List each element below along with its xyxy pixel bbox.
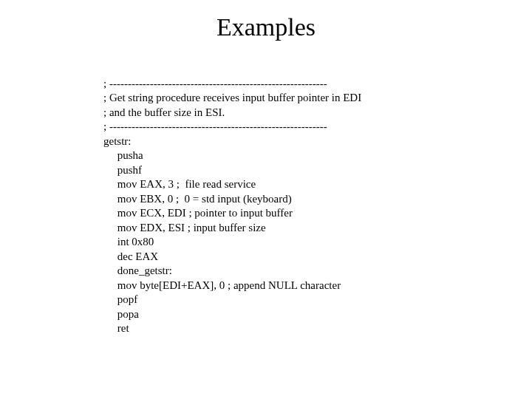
page-title: Examples <box>30 13 502 41</box>
code-line: mov ECX, EDI ; pointer to input buffer <box>103 207 293 219</box>
code-line: ; --------------------------------------… <box>103 120 327 132</box>
code-block: ; --------------------------------------… <box>103 62 502 350</box>
code-line: popa <box>103 308 139 320</box>
code-line: popf <box>103 293 137 305</box>
code-line: int 0x80 <box>103 236 154 248</box>
code-line: done_getstr: <box>103 265 172 276</box>
code-line: ; --------------------------------------… <box>103 78 327 89</box>
code-line: mov byte[EDI+EAX], 0 ; append NULL chara… <box>103 279 341 291</box>
code-line: mov EAX, 3 ; file read service <box>103 178 256 190</box>
code-line: pusha <box>103 149 143 161</box>
code-line: mov EDX, ESI ; input buffer size <box>103 222 266 233</box>
code-line: ; and the buffer size in ESI. <box>103 106 225 118</box>
code-line: mov EBX, 0 ; 0 = std input (keyboard) <box>103 193 292 205</box>
code-line: ret <box>103 322 129 334</box>
code-line: getstr: <box>103 135 132 147</box>
code-line: dec EAX <box>103 250 158 262</box>
code-line: ; Get string procedure receives input bu… <box>103 92 361 103</box>
code-line: pushf <box>103 164 142 176</box>
slide: Examples ; -----------------------------… <box>0 0 532 399</box>
